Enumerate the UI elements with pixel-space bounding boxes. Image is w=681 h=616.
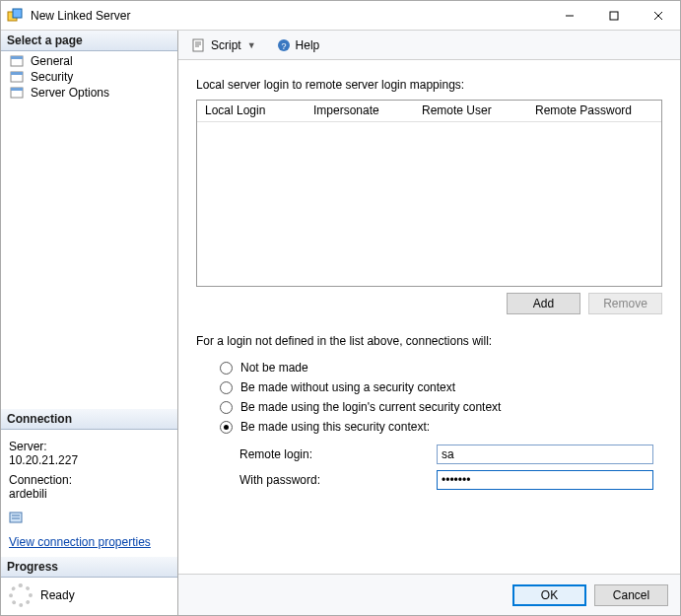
svg-rect-11 bbox=[11, 88, 23, 91]
col-impersonate: Impersonate bbox=[306, 101, 414, 121]
window-controls bbox=[547, 1, 680, 30]
svg-rect-7 bbox=[11, 56, 23, 59]
with-password-input[interactable] bbox=[437, 470, 653, 490]
chevron-down-icon: ▼ bbox=[245, 40, 258, 50]
svg-rect-9 bbox=[11, 72, 23, 75]
col-remote-password: Remote Password bbox=[527, 101, 661, 121]
dialog-footer: OK Cancel bbox=[178, 574, 680, 615]
connection-label: Connection: bbox=[9, 473, 170, 487]
grid-buttons: Add Remove bbox=[196, 293, 662, 314]
page-item-server-options[interactable]: Server Options bbox=[1, 85, 177, 101]
grid-header: Local Login Impersonate Remote User Remo… bbox=[197, 101, 661, 122]
progress-heading: Progress bbox=[1, 557, 177, 578]
select-page-heading: Select a page bbox=[1, 31, 177, 51]
radio-not-be-made[interactable]: Not be made bbox=[196, 358, 662, 377]
radio-this-security[interactable]: Be made using this security context: bbox=[196, 417, 662, 437]
sidebar: Select a page General Security bbox=[1, 31, 178, 615]
script-button[interactable]: Script ▼ bbox=[184, 34, 265, 56]
properties-icon bbox=[9, 512, 25, 525]
maximize-button[interactable] bbox=[591, 1, 636, 30]
svg-rect-3 bbox=[610, 12, 618, 20]
page-item-general[interactable]: General bbox=[1, 53, 177, 69]
svg-text:?: ? bbox=[281, 40, 286, 50]
view-connection-properties-link[interactable]: View connection properties bbox=[9, 535, 151, 549]
cancel-button[interactable]: Cancel bbox=[594, 584, 668, 606]
svg-rect-12 bbox=[10, 513, 22, 522]
connection-heading: Connection bbox=[1, 409, 177, 430]
with-password-label: With password: bbox=[239, 473, 437, 487]
remove-button: Remove bbox=[588, 293, 662, 314]
titlebar: New Linked Server bbox=[1, 1, 680, 31]
mapping-grid[interactable]: Local Login Impersonate Remote User Remo… bbox=[196, 100, 662, 287]
help-button[interactable]: ? Help bbox=[269, 34, 327, 56]
radio-icon bbox=[220, 381, 233, 394]
svg-rect-15 bbox=[193, 39, 203, 51]
radio-current-security[interactable]: Be made using the login's current securi… bbox=[196, 397, 662, 417]
content-row: Select a page General Security bbox=[1, 31, 680, 615]
svg-rect-1 bbox=[13, 9, 22, 18]
add-button[interactable]: Add bbox=[507, 293, 580, 314]
radio-label: Be made without using a security context bbox=[240, 380, 455, 394]
progress-block: Ready bbox=[1, 578, 177, 615]
radio-label: Be made using this security context: bbox=[240, 420, 430, 434]
radio-label: Be made using the login's current securi… bbox=[240, 400, 501, 414]
col-local-login: Local Login bbox=[197, 101, 306, 121]
radio-section: For a login not defined in the list abov… bbox=[196, 334, 662, 490]
ok-button[interactable]: OK bbox=[512, 584, 586, 606]
connection-value: ardebili bbox=[9, 487, 170, 501]
page-icon bbox=[9, 86, 25, 100]
remote-login-label: Remote login: bbox=[239, 447, 437, 461]
server-label: Server: bbox=[9, 440, 170, 453]
form-area: Local server login to remote server logi… bbox=[178, 60, 680, 574]
script-icon bbox=[191, 37, 207, 53]
app-icon bbox=[7, 8, 23, 24]
page-list: General Security Server Options bbox=[1, 51, 177, 103]
radio-icon bbox=[220, 362, 233, 375]
mapping-label: Local server login to remote server logi… bbox=[196, 78, 662, 92]
main-panel: Script ▼ ? Help Local server login to re… bbox=[178, 31, 680, 615]
page-icon bbox=[9, 54, 25, 68]
progress-spinner-icon bbox=[9, 583, 33, 607]
page-item-label: General bbox=[31, 54, 73, 68]
server-value: 10.20.21.227 bbox=[9, 453, 170, 467]
radio-icon bbox=[220, 421, 233, 434]
radio-icon bbox=[220, 401, 233, 414]
security-credentials: Remote login: With password: bbox=[196, 445, 662, 490]
help-label: Help bbox=[296, 38, 320, 52]
page-item-label: Server Options bbox=[31, 86, 109, 100]
help-icon: ? bbox=[276, 37, 292, 53]
radio-label: Not be made bbox=[240, 361, 308, 375]
toolbar: Script ▼ ? Help bbox=[178, 31, 680, 60]
radio-without-security[interactable]: Be made without using a security context bbox=[196, 377, 662, 397]
page-item-label: Security bbox=[31, 70, 73, 84]
connection-block: Server: 10.20.21.227 Connection: ardebil… bbox=[1, 430, 177, 557]
dialog-window: New Linked Server Select a page General bbox=[0, 0, 681, 616]
minimize-button[interactable] bbox=[547, 1, 591, 30]
page-icon bbox=[9, 70, 25, 84]
window-title: New Linked Server bbox=[31, 9, 547, 23]
page-item-security[interactable]: Security bbox=[1, 69, 177, 85]
undefined-login-prompt: For a login not defined in the list abov… bbox=[196, 334, 662, 348]
col-remote-user: Remote User bbox=[414, 101, 527, 121]
close-button[interactable] bbox=[636, 1, 680, 30]
script-label: Script bbox=[211, 38, 241, 52]
remote-login-input[interactable] bbox=[437, 445, 653, 464]
progress-status: Ready bbox=[40, 588, 75, 602]
